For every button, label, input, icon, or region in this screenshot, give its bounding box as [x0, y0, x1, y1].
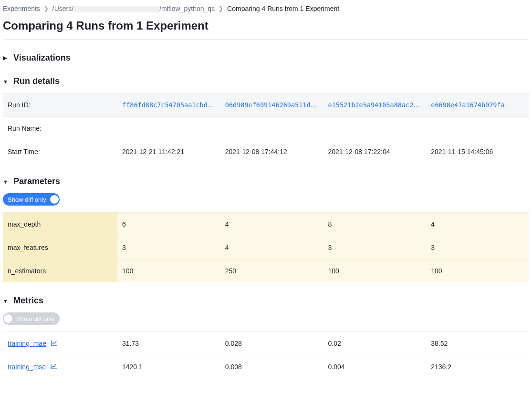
param-name: max_features [3, 236, 117, 259]
run-id-link[interactable]: 06d989ef699146269a511d6c… [225, 101, 322, 109]
cell: 1420.1 [117, 355, 220, 379]
cell: 3 [426, 236, 529, 259]
section-run-details: ▼ Run details Run ID: ff86fd88c7c54705aa… [3, 76, 529, 163]
cell [426, 117, 529, 140]
section-toggle-parameters[interactable]: ▼ Parameters [3, 176, 529, 186]
table-row: training_mse 1420.1 0.008 0.004 2136.2 [3, 355, 529, 379]
cell [323, 117, 427, 140]
breadcrumb-path[interactable]: /Users//mlflow_python_qs [52, 5, 215, 12]
chevron-right-icon: ❯ [219, 5, 223, 12]
chart-icon[interactable] [51, 363, 57, 371]
run-id-link[interactable]: ff86fd88c7c54705aa1cbd339… [122, 101, 220, 109]
param-name: n_estimators [3, 259, 117, 283]
metric-link[interactable]: training_mae [8, 340, 46, 347]
table-row: training_mae 31.73 0.028 0.02 38.52 [3, 332, 529, 355]
breadcrumb: Experiments ❯ /Users//mlflow_python_qs ❯… [3, 4, 529, 17]
metric-link[interactable]: training_mse [8, 363, 46, 371]
cell: 2021-12-08 17:44:12 [220, 140, 323, 164]
toggle-knob [50, 195, 59, 204]
table-row: max_features 3 4 3 3 [3, 236, 529, 259]
divider [3, 39, 529, 40]
cell: 2136.2 [426, 355, 529, 379]
cell: 100 [323, 259, 427, 283]
section-title: Run details [13, 76, 60, 86]
section-toggle-run-details[interactable]: ▼ Run details [3, 76, 529, 86]
metrics-table: training_mae 31.73 0.028 0.02 38.52 trai… [3, 331, 529, 378]
cell [220, 117, 323, 140]
cell: 3 [323, 236, 427, 259]
toggle-label: Show diff only [16, 315, 55, 322]
table-row: max_depth 6 4 8 4 [3, 213, 529, 236]
toggle-label: Show diff only [8, 196, 46, 203]
caret-down-icon: ▼ [3, 179, 8, 185]
row-label: Run ID: [3, 93, 117, 117]
cell: 0.028 [220, 332, 323, 355]
cell: 4 [426, 213, 529, 236]
section-title: Parameters [13, 176, 60, 186]
cell: 4 [220, 236, 323, 259]
section-parameters: ▼ Parameters Show diff only max_depth 6 … [3, 176, 529, 282]
chart-icon[interactable] [51, 340, 58, 347]
breadcrumb-path-prefix: /Users/ [52, 5, 73, 12]
cell: 2021-11-15 14:45:06 [426, 140, 529, 164]
row-label: Start Time: [3, 140, 117, 164]
table-row: Run Name: [3, 117, 529, 140]
section-toggle-metrics[interactable]: ▼ Metrics [3, 296, 529, 306]
cell: 0.008 [220, 355, 323, 379]
toggle-knob [4, 314, 12, 323]
section-toggle-visualizations[interactable]: ▶ Visualizations [3, 53, 529, 63]
breadcrumb-path-suffix: /mlflow_python_qs [159, 5, 215, 12]
run-id-link[interactable]: e15521b2e5a94105a88ac2c0… [328, 101, 425, 109]
breadcrumb-root[interactable]: Experiments [3, 5, 40, 12]
row-label: Run Name: [3, 117, 117, 140]
section-metrics: ▼ Metrics Show diff only training_mae 31… [3, 296, 529, 378]
cell: 100 [117, 259, 220, 283]
param-name: max_depth [3, 213, 117, 236]
cell: 100 [426, 259, 529, 283]
cell: 3 [117, 236, 220, 259]
section-visualizations: ▶ Visualizations [3, 53, 529, 63]
metric-name-cell: training_mse [3, 355, 117, 379]
cell: 31.73 [117, 332, 220, 355]
show-diff-only-toggle[interactable]: Show diff only [3, 312, 60, 325]
cell: 38.52 [426, 332, 529, 355]
breadcrumb-current: Comparing 4 Runs from 1 Experiment [227, 5, 339, 12]
run-details-table: Run ID: ff86fd88c7c54705aa1cbd339… 06d98… [3, 93, 529, 163]
redacted-segment [73, 6, 159, 12]
section-title: Visualizations [13, 53, 71, 63]
section-title: Metrics [13, 296, 43, 306]
cell: 0.004 [323, 355, 427, 379]
parameters-table: max_depth 6 4 8 4 max_features 3 4 3 3 n… [3, 212, 529, 282]
run-id-link[interactable]: e6698e47a1674b079fa [431, 101, 504, 109]
cell: 2021-12-08 17:22:04 [323, 140, 427, 164]
cell: 6 [117, 213, 220, 236]
cell: 2021-12-21 11:42:21 [117, 140, 220, 164]
metric-name-cell: training_mae [3, 332, 117, 355]
cell: 4 [220, 213, 323, 236]
cell: 8 [323, 213, 427, 236]
caret-down-icon: ▼ [3, 79, 8, 84]
show-diff-only-toggle[interactable]: Show diff only [3, 193, 60, 206]
table-row: Start Time: 2021-12-21 11:42:21 2021-12-… [3, 140, 529, 164]
page-title: Comparing 4 Runs from 1 Experiment [3, 17, 529, 39]
cell [117, 117, 220, 140]
caret-down-icon: ▼ [3, 298, 8, 304]
table-row: n_estimators 100 250 100 100 [3, 259, 529, 283]
cell: 0.02 [323, 332, 427, 355]
caret-right-icon: ▶ [3, 55, 8, 61]
cell: 250 [220, 259, 323, 283]
chevron-right-icon: ❯ [44, 5, 49, 12]
table-row: Run ID: ff86fd88c7c54705aa1cbd339… 06d98… [3, 93, 529, 117]
